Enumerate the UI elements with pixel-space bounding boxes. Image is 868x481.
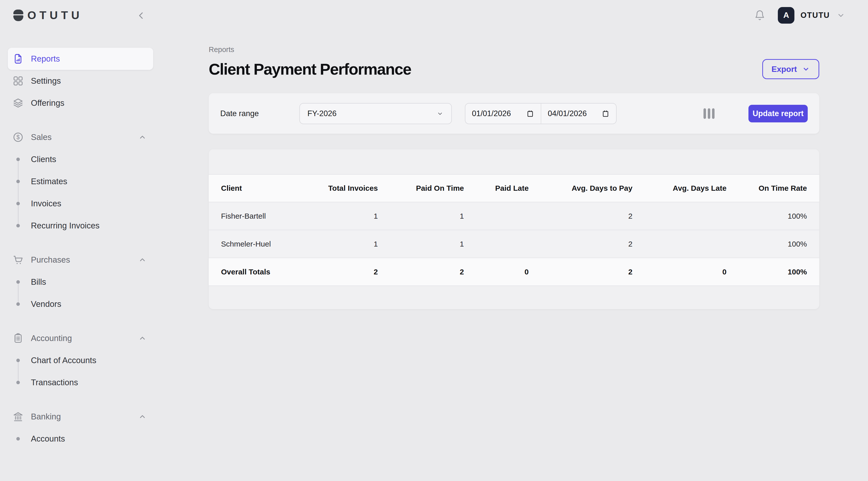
update-report-button[interactable]: Update report [748,105,808,122]
column-header-total-invoices: Total Invoices [295,174,381,202]
sidebar-sublist-banking: Accounts [8,428,163,450]
sidebar-sublist-accounting: Chart of Accounts Transactions [8,349,163,394]
chevron-down-icon [836,11,845,20]
column-header-client: Client [209,174,295,202]
cell-paid-on-time: 1 [381,202,467,230]
report-table-card: Client Total Invoices Paid On Time Paid … [209,149,819,309]
cell-total-invoices: 2 [295,258,381,286]
report-table: Client Total Invoices Paid On Time Paid … [209,174,819,286]
calendar-icon[interactable] [526,110,534,118]
brand-name: OTUTU [27,9,83,22]
sidebar-section-label: Accounting [31,333,72,343]
bell-icon [754,10,765,21]
sidebar: Reports Settings Offerings $ Sales Clien… [0,30,163,481]
column-header-on-time-rate: On Time Rate [730,174,819,202]
cart-icon [12,254,24,266]
column-header-paid-late: Paid Late [467,174,532,202]
cell-paid-late: 0 [467,258,532,286]
sidebar-section-label: Purchases [31,255,70,265]
cell-paid-late [467,230,532,258]
svg-text:$: $ [17,134,20,141]
cell-total-invoices: 1 [295,202,381,230]
table-row: Fisher-Bartell 1 1 2 100% [209,202,819,230]
chevron-down-icon [436,110,444,117]
report-file-icon [12,53,24,65]
sidebar-item-invoices[interactable]: Invoices [8,192,163,215]
period-select-value: FY-2026 [307,109,337,118]
sidebar-section-label: Sales [31,132,52,142]
columns-icon[interactable] [704,108,715,119]
sidebar-item-reports[interactable]: Reports [8,48,153,70]
filter-bar: Date range FY-2026 01/01/2026 04/01/2026… [209,93,819,134]
account-menu[interactable]: A OTUTU [778,7,845,24]
app-shell: Reports Settings Offerings $ Sales Clien… [0,30,868,481]
end-date-input[interactable]: 04/01/2026 [541,103,616,124]
cell-avg-days-late [636,202,730,230]
chevron-up-icon [138,412,147,421]
grid-icon [12,75,24,87]
cell-avg-days-to-pay: 2 [532,202,636,230]
sidebar-item-bills[interactable]: Bills [8,271,163,293]
bank-icon [12,411,24,422]
cell-avg-days-late [636,230,730,258]
sidebar-section-purchases[interactable]: Purchases [8,249,153,271]
breadcrumb: Reports [209,46,819,54]
start-date-input[interactable]: 01/01/2026 [465,103,541,124]
calendar-icon[interactable] [601,110,610,118]
topbar: OTUTU A OTUTU [0,0,868,30]
chevron-down-icon [802,65,810,73]
sidebar-sublist-sales: Clients Estimates Invoices Recurring Inv… [8,148,163,237]
sidebar-item-recurring-invoices[interactable]: Recurring Invoices [8,215,163,237]
sidebar-item-label: Reports [31,54,60,64]
chevron-left-icon [135,10,147,21]
cell-on-time-rate: 100% [730,202,819,230]
cell-on-time-rate: 100% [730,258,819,286]
sidebar-section-accounting[interactable]: Accounting [8,327,153,349]
export-button[interactable]: Export [762,59,819,79]
sidebar-item-label: Offerings [31,98,64,108]
cell-on-time-rate: 100% [730,230,819,258]
sidebar-item-accounts[interactable]: Accounts [8,428,163,450]
layers-icon [12,97,24,109]
main-content: Reports Client Payment Performance Expor… [163,30,868,481]
sidebar-item-chart-of-accounts[interactable]: Chart of Accounts [8,349,163,371]
column-header-avg-days-to-pay: Avg. Days to Pay [532,174,636,202]
sidebar-item-transactions[interactable]: Transactions [8,371,163,394]
date-range-inputs: 01/01/2026 04/01/2026 [465,103,617,124]
cell-avg-days-to-pay: 2 [532,258,636,286]
sidebar-section-banking[interactable]: Banking [8,405,153,428]
chevron-up-icon [138,334,147,342]
table-totals-row: Overall Totals 2 2 0 2 0 100% [209,258,819,286]
cell-paid-late [467,202,532,230]
sidebar-item-label: Settings [31,76,61,86]
cell-client: Overall Totals [209,258,295,286]
sidebar-item-vendors[interactable]: Vendors [8,293,163,315]
chevron-up-icon [138,133,147,142]
date-range-label: Date range [220,109,299,118]
column-header-avg-days-late: Avg. Days Late [636,174,730,202]
sidebar-item-settings[interactable]: Settings [8,70,153,92]
table-row: Schmeler-Huel 1 1 2 100% [209,230,819,258]
brand-logo-icon [13,9,23,21]
column-header-paid-on-time: Paid On Time [381,174,467,202]
sidebar-collapse-button[interactable] [135,10,147,21]
avatar: A [778,7,795,24]
sidebar-section-sales[interactable]: $ Sales [8,126,153,148]
brand: OTUTU [13,9,83,22]
topbar-right: A OTUTU [754,7,845,24]
cell-avg-days-to-pay: 2 [532,230,636,258]
period-select[interactable]: FY-2026 [299,103,452,124]
notifications-button[interactable] [754,10,765,21]
cell-client: Schmeler-Huel [209,230,295,258]
dollar-circle-icon: $ [12,131,24,143]
page-title: Client Payment Performance [209,60,411,79]
sidebar-section-label: Banking [31,412,61,421]
chevron-up-icon [138,255,147,264]
sidebar-sublist-purchases: Bills Vendors [8,271,163,315]
clipboard-icon [12,332,24,344]
account-name: OTUTU [800,11,830,20]
sidebar-item-offerings[interactable]: Offerings [8,92,153,114]
cell-paid-on-time: 2 [381,258,467,286]
sidebar-item-clients[interactable]: Clients [8,148,163,170]
sidebar-item-estimates[interactable]: Estimates [8,170,163,192]
